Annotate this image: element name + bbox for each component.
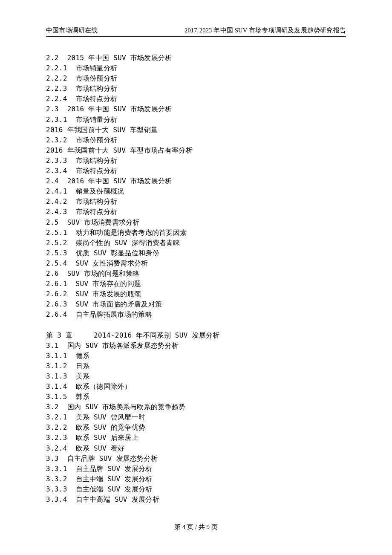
toc-entry: 3.2.1 美系 SUV 曾风靡一时: [46, 412, 346, 422]
toc-entry: 2.2 2015 年中国 SUV 市场发展分析: [46, 53, 346, 63]
toc-entry: 3.2.3 欧系 SUV 后来居上: [46, 433, 346, 443]
toc-entry: 3.1.3 美系: [46, 371, 346, 382]
toc-entry: 3.3 自主品牌 SUV 发展态势分析: [46, 454, 346, 464]
header-left-text: 中国市场调研在线: [46, 26, 98, 35]
toc-entry: 2.2.2 市场份额分析: [46, 73, 346, 84]
toc-entry: 2.3.3 市场结构分析: [46, 156, 346, 166]
toc-entry: 2016 年我国前十大 SUV 车型市场占有率分析: [46, 145, 346, 156]
toc-entry: 3.1.1 德系: [46, 351, 346, 361]
toc-entry: 2.6.2 SUV 市场发展的瓶颈: [46, 289, 346, 299]
toc-blank-line: [46, 320, 346, 330]
toc-entry: 2.5.4 SUV 女性消费需求分析: [46, 258, 346, 269]
toc-entry: 2.2.1 市场销量分析: [46, 63, 346, 73]
toc-entry: 2.4.3 市场特点分析: [46, 207, 346, 217]
footer-suffix: 页: [211, 523, 218, 530]
toc-entry: 2.6.3 SUV 市场面临的矛盾及对策: [46, 299, 346, 309]
toc-entry: 2.2.4 市场特点分析: [46, 94, 346, 104]
toc-entry: 2.3.4 市场特点分析: [46, 166, 346, 176]
page-header: 中国市场调研在线 2017-2023 年中国 SUV 市场专项调研及发展趋势研究…: [46, 26, 346, 37]
footer-total-pages: 9: [207, 523, 210, 530]
toc-entry: 3.3.1 自主品牌 SUV 发展分析: [46, 464, 346, 474]
toc-entry: 3.3.4 自主中高端 SUV 发展分析: [46, 494, 346, 505]
toc-entry: 2.2.3 市场结构分析: [46, 84, 346, 94]
toc-entry: 3.3.2 自主中端 SUV 发展分析: [46, 474, 346, 484]
toc-entry: 3.1.2 日系: [46, 361, 346, 371]
toc-entry: 2.3.1 市场销量分析: [46, 115, 346, 125]
toc-entry: 3.1.4 欧系（德国除外）: [46, 382, 346, 392]
toc-entry: 3.1 国内 SUV 市场各派系发展态势分析: [46, 341, 346, 351]
toc-entry: 2.6 SUV 市场的问题和策略: [46, 269, 346, 279]
footer-mid2: 共: [199, 523, 205, 530]
page-footer: 第 4 页 / 共 9 页: [0, 523, 392, 531]
footer-current-page: 4: [182, 523, 186, 530]
page-container: 中国市场调研在线 2017-2023 年中国 SUV 市场专项调研及发展趋势研究…: [0, 0, 392, 505]
toc-entry: 2.6.4 自主品牌拓展市场的策略: [46, 309, 346, 320]
header-right-text: 2017-2023 年中国 SUV 市场专项调研及发展趋势研究报告: [184, 26, 346, 35]
toc-entry: 2.5.1 动力和功能是消费者考虑的首要因素: [46, 228, 346, 238]
toc-entry: 2.3 2016 年中国 SUV 市场发展分析: [46, 104, 346, 114]
toc-entry: 3.1.5 韩系: [46, 392, 346, 402]
toc-entry: 2016 年我国前十大 SUV 车型销量: [46, 125, 346, 135]
toc-entry: 2.5.3 优质 SUV 彰显品位和身份: [46, 248, 346, 258]
toc-entry: 2.3.2 市场份额分析: [46, 135, 346, 145]
toc-entry: 第 3 章 2014-2016 年不同系别 SUV 发展分析: [46, 330, 346, 341]
footer-mid1: 页 /: [187, 523, 197, 530]
toc-entry: 2.5 SUV 市场消费需求分析: [46, 217, 346, 228]
toc-entry: 2.5.2 崇尚个性的 SUV 深得消费者青睐: [46, 238, 346, 248]
toc-entry: 2.4.1 销量及份额概况: [46, 186, 346, 197]
toc-entry: 3.2.2 欧系 SUV 的竞争优势: [46, 422, 346, 433]
toc-entry: 2.4.2 市场结构分析: [46, 197, 346, 207]
footer-prefix: 第: [174, 523, 181, 530]
toc-entry: 2.6.1 SUV 市场存在的问题: [46, 279, 346, 289]
toc-entry: 2.4 2016 年中国 SUV 市场发展分析: [46, 176, 346, 186]
toc-entry: 3.2 国内 SUV 市场美系与欧系的竞争趋势: [46, 402, 346, 412]
toc-entry: 3.2.4 欧系 SUV 看好: [46, 443, 346, 454]
toc-entry: 3.3.3 自主低端 SUV 发展分析: [46, 484, 346, 494]
table-of-contents: 2.2 2015 年中国 SUV 市场发展分析2.2.1 市场销量分析2.2.2…: [46, 53, 346, 505]
